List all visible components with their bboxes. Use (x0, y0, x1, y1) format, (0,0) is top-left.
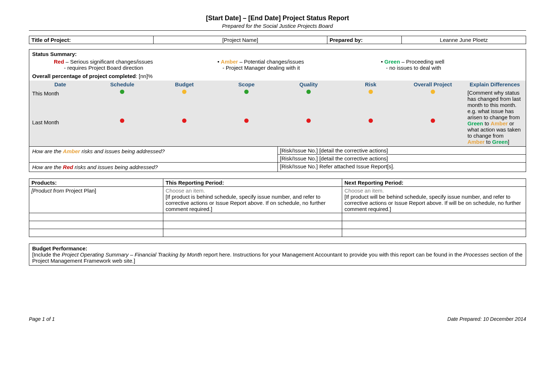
products-row1-c2: Choose an item. [If product is behind sc… (163, 187, 342, 213)
prepared-by-label: Prepared by: (327, 36, 402, 44)
col-risk: Risk (340, 81, 402, 88)
report-title: [Start Date] – [End Date] Project Status… (29, 14, 526, 22)
red-question: How are the Red risks and issues being a… (29, 163, 278, 172)
legend-red: Red – Serious significant changes/issues… (54, 59, 196, 71)
col-date: Date (29, 81, 91, 88)
products-empty-3b (163, 229, 342, 237)
row-this-month-label: This Month (29, 88, 91, 117)
products-empty-1b (163, 213, 342, 221)
legend-green: • Green – Proceeding well - no issues to… (381, 59, 523, 71)
products-empty-1c (342, 213, 526, 221)
col-quality: Quality (278, 81, 340, 88)
status-summary-heading: Status Summary: (32, 51, 523, 57)
products-row1-c3: Choose an item. [If product will be behi… (342, 187, 526, 213)
col-schedule: Schedule (91, 81, 153, 88)
this-month-overall-dot (402, 88, 464, 117)
this-month-scope-dot (215, 88, 278, 117)
status-summary-table: Status Summary: Red – Serious significan… (29, 49, 526, 172)
products-empty-2b (163, 221, 342, 229)
amber-question: How are the Amber risks and issues being… (29, 147, 278, 163)
last-month-quality-dot (278, 117, 340, 146)
pct-value: : [nn]% (136, 73, 153, 79)
legend-amber: • Amber – Potential changes/issues - Pro… (218, 59, 360, 71)
col-scope: Scope (215, 81, 278, 88)
products-col3: Next Reporting Period: (342, 179, 526, 187)
last-month-schedule-dot (91, 117, 153, 146)
products-empty-3c (342, 229, 526, 237)
explain-differences-text: [Comment why status has changed from las… (464, 88, 526, 147)
this-month-quality-dot (278, 88, 340, 117)
products-col2: This Reporting Period: (163, 179, 342, 187)
products-table: Products: This Reporting Period: Next Re… (29, 178, 526, 237)
budget-performance-cell: Budget Performance: [Include the Project… (29, 244, 526, 266)
products-empty-2c (342, 221, 526, 229)
products-col1: Products: (29, 179, 163, 187)
this-month-risk-dot (340, 88, 402, 117)
project-name: [Project Name] (153, 36, 327, 44)
report-subtitle: Prepared for the Social Justice Projects… (29, 23, 526, 29)
row-last-month-label: Last Month (29, 117, 91, 146)
last-month-risk-dot (340, 117, 402, 146)
this-month-schedule-dot (91, 88, 153, 117)
amber-answer-1: [Risk/Issue No.] [detail the corrective … (278, 147, 526, 155)
info-table: Title of Project: [Project Name] Prepare… (29, 36, 526, 44)
red-answer: [Risk/Issue No.] Refer attached Issue Re… (278, 163, 526, 172)
pct-label: Overall percentage of project completed (32, 73, 136, 79)
header-rule (29, 30, 526, 31)
products-row1-c1: [Product from Project Plan] (29, 187, 163, 213)
this-month-budget-dot (153, 88, 215, 117)
col-budget: Budget (153, 81, 215, 88)
last-month-scope-dot (215, 117, 278, 146)
last-month-budget-dot (153, 117, 215, 146)
products-empty-2a (29, 221, 163, 229)
prepared-by-value: Leanne June Ploetz (402, 36, 526, 44)
col-overall: Overall Project (402, 81, 464, 88)
footer-right: Date Prepared: 10 December 2014 (447, 316, 526, 322)
budget-performance-table: Budget Performance: [Include the Project… (29, 244, 526, 266)
col-explain: Explain Differences (464, 81, 526, 88)
last-month-overall-dot (402, 117, 464, 146)
title-of-project-label: Title of Project: (29, 36, 154, 44)
products-empty-1a (29, 213, 163, 221)
page-footer: Page 1 of 1 Date Prepared: 10 December 2… (29, 316, 526, 322)
footer-left: Page 1 of 1 (29, 316, 55, 322)
amber-answer-2: [Risk/Issue No.] [detail the corrective … (278, 155, 526, 163)
products-empty-3a (29, 229, 163, 237)
